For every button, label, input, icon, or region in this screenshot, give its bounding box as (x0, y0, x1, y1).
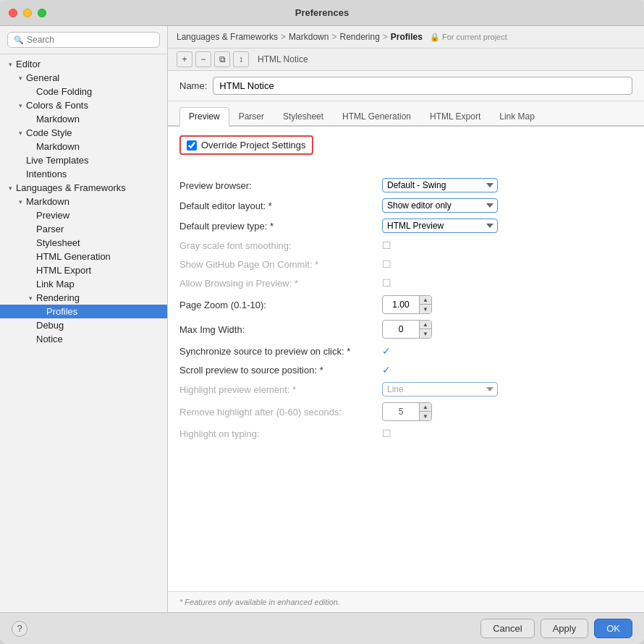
checkbox-gray-scale-font: ☐ (382, 240, 391, 251)
spinner-input-remove-highlight-after[interactable] (383, 405, 419, 418)
sidebar-item-html-export[interactable]: HTML Export (0, 263, 167, 277)
sidebar-item-notice[interactable]: Notice (0, 332, 167, 346)
sidebar-item-stylesheet[interactable]: Stylesheet (0, 236, 167, 250)
sidebar-item-code-style[interactable]: ▾Code Style (0, 126, 167, 140)
name-row: Name: (168, 71, 644, 101)
sidebar-item-debug[interactable]: Debug (0, 318, 167, 332)
sidebar-item-languages-frameworks[interactable]: ▾Languages & Frameworks (0, 181, 167, 195)
spinner-remove-highlight-after: ▲▼ (382, 402, 432, 421)
sidebar-item-link-map[interactable]: Link Map (0, 277, 167, 291)
spinner-input-max-img-width[interactable] (383, 323, 419, 336)
sidebar-item-label: Debug (36, 320, 167, 331)
apply-button[interactable]: Apply (541, 619, 589, 638)
dropdown-default-preview-type[interactable]: HTML PreviewText HTML Preview (382, 219, 498, 233)
search-wrap: 🔍 (7, 32, 160, 48)
setting-row-preview-browser: Preview browser:Default - SwingJavaFX We… (179, 175, 632, 195)
sidebar-item-profiles[interactable]: Profiles (0, 305, 167, 318)
sidebar-item-intentions[interactable]: Intentions (0, 167, 167, 181)
ok-button[interactable]: OK (594, 619, 632, 638)
close-button[interactable] (9, 9, 17, 17)
minimize-button[interactable] (23, 9, 32, 17)
name-label: Name: (179, 80, 207, 91)
tab-stylesheet[interactable]: Stylesheet (274, 107, 333, 127)
sidebar-item-markdown-cf[interactable]: Markdown (0, 112, 167, 126)
setting-label-highlight-preview-element: Highlight preview element: * (179, 384, 382, 395)
preferences-window: Preferences 🔍 ▾Editor▾GeneralCode Foldin… (0, 0, 644, 644)
move-profile-button[interactable]: ↕ (233, 51, 249, 67)
spinner-down-max-img-width[interactable]: ▼ (420, 329, 431, 338)
override-settings-row[interactable]: Override Project Settings (179, 135, 313, 155)
spinner-up-page-zoom[interactable]: ▲ (420, 296, 431, 305)
checkbox-highlight-on-typing: ☐ (382, 428, 391, 439)
sidebar-item-label: Code Folding (36, 86, 167, 97)
setting-value-preview-browser: Default - SwingJavaFX WebViewSystem Defa… (382, 178, 498, 192)
override-checkbox[interactable] (187, 140, 197, 151)
setting-row-default-preview-type: Default preview type: *HTML PreviewText … (179, 216, 632, 236)
spinner-up-max-img-width[interactable]: ▲ (420, 321, 431, 329)
tab-preview[interactable]: Preview (179, 107, 229, 127)
sidebar-item-code-folding[interactable]: Code Folding (0, 85, 167, 98)
setting-label-remove-highlight-after: Remove highlight after (0-60) seconds: (179, 407, 382, 418)
dropdown-preview-browser[interactable]: Default - SwingJavaFX WebViewSystem Defa… (382, 178, 498, 192)
help-button[interactable]: ? (12, 621, 27, 637)
setting-label-page-zoom: Page Zoom (0.1-10): (179, 300, 382, 310)
setting-label-highlight-on-typing: Highlight on typing: (179, 428, 382, 439)
tab-html-generation[interactable]: HTML Generation (333, 107, 420, 127)
setting-value-page-zoom: ▲▼ (382, 295, 432, 314)
breadcrumb-separator: > (281, 32, 286, 42)
dropdown-default-editor-layout[interactable]: Show editor onlyShow preview onlyEditor … (382, 198, 498, 213)
breadcrumb-segment-3: Profiles (391, 32, 423, 42)
sidebar-item-label: Editor (16, 59, 167, 69)
copy-profile-button[interactable]: ⧉ (214, 51, 230, 67)
tab-html-export[interactable]: HTML Export (420, 107, 490, 127)
sidebar-item-label: Markdown (36, 141, 167, 152)
setting-row-max-img-width: Max Img Width:▲▼ (179, 317, 632, 342)
setting-value-default-preview-type: HTML PreviewText HTML Preview (382, 219, 498, 233)
maximize-button[interactable] (38, 9, 46, 17)
setting-label-default-preview-type: Default preview type: * (179, 221, 382, 232)
tab-parser[interactable]: Parser (229, 107, 274, 127)
setting-row-show-github-page: Show GitHub Page On Commit: *☐ (179, 255, 632, 274)
right-panel: Languages & Frameworks > Markdown > Rend… (168, 26, 644, 612)
sidebar-item-preview[interactable]: Preview (0, 208, 167, 222)
sidebar-item-label: Rendering (36, 292, 167, 303)
spinner-down-remove-highlight-after[interactable]: ▼ (420, 412, 431, 420)
settings-grid: Preview browser:Default - SwingJavaFX We… (179, 175, 632, 443)
sidebar-item-label: HTML Export (36, 265, 167, 276)
settings-area: Override Project Settings Preview browse… (168, 127, 644, 591)
sidebar-item-label: Preview (36, 210, 167, 221)
sidebar-item-html-generation[interactable]: HTML Generation (0, 250, 167, 263)
name-input[interactable] (213, 77, 632, 95)
sidebar-item-label: Profiles (46, 306, 167, 317)
setting-row-page-zoom: Page Zoom (0.1-10):▲▼ (179, 292, 632, 317)
remove-profile-button[interactable]: − (195, 51, 211, 67)
panel-header: Languages & Frameworks > Markdown > Rend… (168, 26, 644, 48)
arrow-icon: ▾ (14, 75, 26, 82)
breadcrumb-segment-2: Rendering (339, 32, 379, 42)
current-tab-label: HTML Notice (258, 54, 308, 64)
sidebar-item-rendering[interactable]: ▾Rendering (0, 291, 167, 305)
spinner-up-remove-highlight-after[interactable]: ▲ (420, 403, 431, 412)
sidebar-item-markdown[interactable]: ▾Markdown (0, 195, 167, 208)
sidebar-item-label: Languages & Frameworks (16, 182, 167, 193)
add-profile-button[interactable]: + (177, 51, 192, 67)
search-input[interactable] (27, 35, 153, 45)
sidebar-item-colors-fonts[interactable]: ▾Colors & Fonts (0, 98, 167, 112)
spinner-down-page-zoom[interactable]: ▼ (420, 305, 431, 313)
sidebar-item-label: Markdown (26, 196, 167, 207)
sidebar-item-editor[interactable]: ▾Editor (0, 57, 167, 71)
tab-link-map[interactable]: Link Map (490, 107, 544, 127)
cancel-button[interactable]: Cancel (480, 619, 534, 638)
spinner-max-img-width: ▲▼ (382, 320, 432, 339)
sidebar-item-parser[interactable]: Parser (0, 222, 167, 236)
sidebar-item-markdown-cs[interactable]: Markdown (0, 140, 167, 153)
sidebar: 🔍 ▾Editor▾GeneralCode Folding▾Colors & F… (0, 26, 168, 612)
footnote: * Features only available in enhanced ed… (168, 591, 644, 612)
sidebar-item-general[interactable]: ▾General (0, 71, 167, 85)
setting-label-scroll-preview: Scroll preview to source position: * (179, 365, 382, 376)
sidebar-tree: ▾Editor▾GeneralCode Folding▾Colors & Fon… (0, 54, 167, 612)
dropdown-highlight-preview-element[interactable]: LineNoneWord (382, 382, 498, 397)
sidebar-item-label: Intentions (26, 169, 167, 179)
sidebar-item-live-templates[interactable]: Live Templates (0, 153, 167, 167)
spinner-input-page-zoom[interactable] (383, 298, 419, 311)
